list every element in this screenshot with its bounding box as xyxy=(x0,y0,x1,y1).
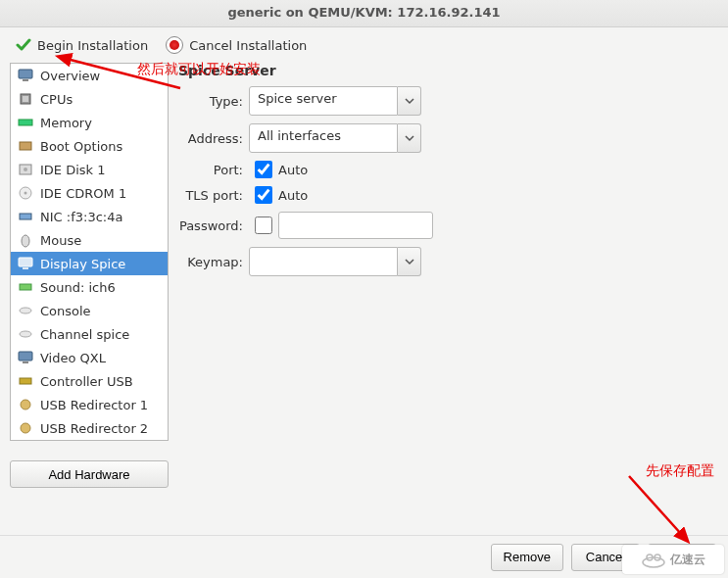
svg-rect-18 xyxy=(23,361,28,363)
label-address: Address: xyxy=(178,131,249,146)
content-area: Overview CPUs Memory Boot Options IDE Di… xyxy=(0,63,728,441)
svg-rect-13 xyxy=(23,267,28,269)
check-icon xyxy=(16,37,31,53)
panel-title: Spice Server xyxy=(178,63,708,78)
video-icon xyxy=(17,349,34,366)
remove-button[interactable]: Remove xyxy=(491,544,563,571)
sidebar-item-label: Console xyxy=(40,304,91,318)
watermark-text: 亿速云 xyxy=(670,552,705,568)
svg-rect-14 xyxy=(20,284,31,290)
sidebar-item-label: USB Redirector 2 xyxy=(40,421,148,436)
sidebar-item-sound[interactable]: Sound: ich6 xyxy=(11,275,168,299)
sidebar-item-label: USB Redirector 1 xyxy=(40,398,148,412)
cancel-icon xyxy=(166,36,183,54)
sidebar-item-label: Video QXL xyxy=(40,351,106,365)
svg-rect-17 xyxy=(19,352,32,361)
svg-point-21 xyxy=(21,423,30,433)
svg-rect-1 xyxy=(23,79,28,81)
sidebar-item-console[interactable]: Console xyxy=(11,299,168,322)
svg-point-20 xyxy=(21,400,30,409)
begin-installation-label: Begin Installation xyxy=(37,38,148,53)
display-icon xyxy=(17,255,34,272)
watermark-logo: 亿速云 xyxy=(622,545,724,574)
row-port: Port: Auto xyxy=(178,161,708,178)
sidebar-item-label: NIC :f3:3c:4a xyxy=(40,210,122,224)
network-icon xyxy=(17,208,34,225)
password-enable-checkbox[interactable] xyxy=(255,217,272,234)
chevron-down-icon[interactable] xyxy=(398,123,421,153)
sidebar-item-usb-redirector-1[interactable]: USB Redirector 1 xyxy=(11,393,168,416)
controller-icon xyxy=(17,372,34,390)
svg-point-7 xyxy=(24,168,27,171)
sidebar-item-mouse[interactable]: Mouse xyxy=(11,228,168,252)
tls-auto-label: Auto xyxy=(278,188,308,203)
svg-rect-5 xyxy=(20,142,31,150)
cdrom-icon xyxy=(17,184,34,202)
port-auto-label: Auto xyxy=(278,163,308,177)
sidebar-item-overview[interactable]: Overview xyxy=(11,64,168,87)
sidebar-item-label: CPUs xyxy=(40,92,73,107)
toolbar: Begin Installation Cancel Installation xyxy=(0,27,728,63)
svg-rect-0 xyxy=(19,70,32,78)
boot-icon xyxy=(17,137,34,155)
sidebar-item-label: Channel spice xyxy=(40,327,129,342)
begin-installation-button[interactable]: Begin Installation xyxy=(10,34,154,56)
sidebar-item-display-spice[interactable]: Display Spice xyxy=(11,252,168,275)
row-address: Address: All interfaces xyxy=(178,123,708,153)
label-password: Password: xyxy=(178,218,249,233)
row-keymap: Keymap: xyxy=(178,247,708,276)
sidebar-item-boot-options[interactable]: Boot Options xyxy=(11,134,168,158)
cpu-icon xyxy=(17,90,34,108)
console-icon xyxy=(17,302,34,319)
sidebar-item-usb-redirector-2[interactable]: USB Redirector 2 xyxy=(11,416,168,440)
type-combo-value: Spice server xyxy=(249,86,398,116)
keymap-combo[interactable] xyxy=(249,247,421,276)
sidebar-item-channel-spice[interactable]: Channel spice xyxy=(11,322,168,346)
password-input[interactable] xyxy=(278,212,433,239)
sidebar-item-nic[interactable]: NIC :f3:3c:4a xyxy=(11,205,168,228)
svg-rect-3 xyxy=(23,96,28,102)
bottom-action-bar: Remove Cancel Apply xyxy=(0,535,728,578)
sidebar-item-controller-usb[interactable]: Controller USB xyxy=(11,369,168,393)
sidebar-item-label: Controller USB xyxy=(40,374,133,389)
port-auto-checkbox[interactable] xyxy=(255,161,272,178)
sidebar-item-ide-disk[interactable]: IDE Disk 1 xyxy=(11,158,168,181)
sidebar-item-video-qxl[interactable]: Video QXL xyxy=(11,346,168,369)
sidebar-item-label: IDE CDROM 1 xyxy=(40,186,126,201)
annotation-bottom: 先保存配置 xyxy=(646,462,714,480)
sidebar-item-label: Mouse xyxy=(40,233,81,248)
monitor-icon xyxy=(17,67,34,84)
sidebar-item-label: Display Spice xyxy=(40,257,125,271)
svg-rect-19 xyxy=(20,378,31,384)
chevron-down-icon[interactable] xyxy=(398,247,421,276)
disk-icon xyxy=(17,161,34,178)
cancel-installation-button[interactable]: Cancel Installation xyxy=(160,33,313,57)
row-password: Password: xyxy=(178,212,708,239)
add-hardware-button[interactable]: Add Hardware xyxy=(10,460,169,488)
sidebar-item-label: IDE Disk 1 xyxy=(40,163,106,177)
chevron-down-icon[interactable] xyxy=(398,86,421,116)
sidebar-item-label: Sound: ich6 xyxy=(40,280,116,295)
label-tls-port: TLS port: xyxy=(178,188,249,203)
svg-point-9 xyxy=(24,192,27,195)
cancel-installation-label: Cancel Installation xyxy=(189,38,307,53)
sound-icon xyxy=(17,278,34,296)
svg-point-16 xyxy=(20,331,31,337)
svg-point-24 xyxy=(643,557,664,567)
row-tls-port: TLS port: Auto xyxy=(178,186,708,204)
sidebar-item-label: Memory xyxy=(40,116,92,130)
address-combo[interactable]: All interfaces xyxy=(249,123,421,153)
sidebar-item-label: Boot Options xyxy=(40,139,122,154)
sidebar-item-memory[interactable]: Memory xyxy=(11,111,168,134)
usb-icon xyxy=(17,419,34,437)
sidebar-item-cpus[interactable]: CPUs xyxy=(11,87,168,111)
details-panel: Spice Server Type: Spice server Address:… xyxy=(169,63,718,441)
label-type: Type: xyxy=(178,94,249,109)
type-combo[interactable]: Spice server xyxy=(249,86,421,116)
keymap-combo-value xyxy=(249,247,398,276)
tls-auto-checkbox[interactable] xyxy=(255,186,272,204)
sidebar-item-label: Overview xyxy=(40,69,100,83)
svg-rect-4 xyxy=(19,120,32,125)
sidebar-item-ide-cdrom[interactable]: IDE CDROM 1 xyxy=(11,181,168,205)
svg-point-11 xyxy=(22,235,29,247)
